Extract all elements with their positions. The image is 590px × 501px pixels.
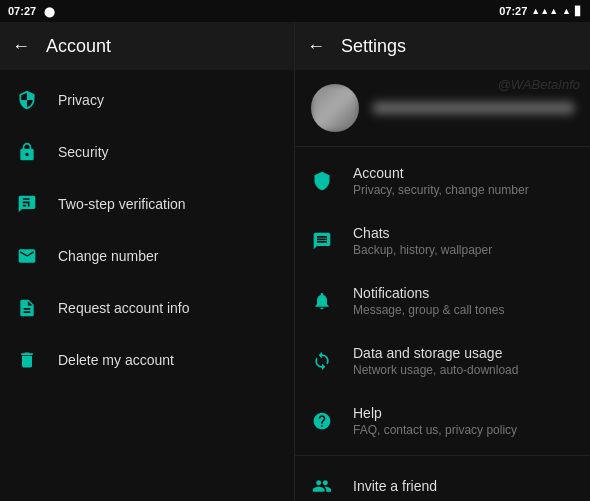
settings-chats-text: Chats Backup, history, wallpaper bbox=[353, 225, 492, 257]
wifi-icon: ▲ bbox=[562, 6, 571, 16]
status-time-right: 07:27 bbox=[499, 5, 527, 17]
settings-datastorage-text: Data and storage usage Network usage, au… bbox=[353, 345, 518, 377]
settings-title: Settings bbox=[341, 36, 406, 57]
settings-item-notifications[interactable]: Notifications Message, group & call tone… bbox=[295, 271, 590, 331]
privacy-text: Privacy bbox=[58, 92, 104, 108]
account-panel: ← Account Privacy Security bbox=[0, 22, 295, 501]
settings-item-invite[interactable]: Invite a friend bbox=[295, 460, 590, 501]
status-bar-left: 07:27 ⬤ bbox=[0, 0, 295, 22]
datastorage-icon bbox=[311, 350, 333, 372]
menu-item-requestinfo[interactable]: Request account info bbox=[0, 282, 294, 334]
status-bar: 07:27 ⬤ 07:27 ▲▲▲ ▲ ▊ bbox=[0, 0, 590, 22]
status-bar-right: 07:27 ▲▲▲ ▲ ▊ bbox=[295, 0, 590, 22]
account-title: Account bbox=[46, 36, 111, 57]
panels-container: ← Account Privacy Security bbox=[0, 22, 590, 501]
settings-notifications-text: Notifications Message, group & call tone… bbox=[353, 285, 504, 317]
settings-account-text: Account Privacy, security, change number bbox=[353, 165, 529, 197]
delete-icon bbox=[16, 349, 38, 371]
profile-section[interactable] bbox=[295, 70, 590, 147]
account-menu-list: Privacy Security Two-step verification bbox=[0, 70, 294, 501]
settings-invite-text: Invite a friend bbox=[353, 478, 437, 494]
settings-help-text: Help FAQ, contact us, privacy policy bbox=[353, 405, 517, 437]
app-icon-left: ⬤ bbox=[44, 6, 55, 17]
invite-icon bbox=[311, 475, 333, 497]
deleteaccount-text: Delete my account bbox=[58, 352, 174, 368]
settings-item-datastorage[interactable]: Data and storage usage Network usage, au… bbox=[295, 331, 590, 391]
account-toolbar: ← Account bbox=[0, 22, 294, 70]
menu-item-deleteaccount[interactable]: Delete my account bbox=[0, 334, 294, 386]
settings-item-help[interactable]: Help FAQ, contact us, privacy policy bbox=[295, 391, 590, 451]
menu-item-changenumber[interactable]: Change number bbox=[0, 230, 294, 282]
account-icon bbox=[311, 170, 333, 192]
requestinfo-icon bbox=[16, 297, 38, 319]
settings-menu-list: Account Privacy, security, change number… bbox=[295, 147, 590, 501]
twostep-text: Two-step verification bbox=[58, 196, 186, 212]
security-icon bbox=[16, 141, 38, 163]
requestinfo-text: Request account info bbox=[58, 300, 190, 316]
settings-panel: ← Settings @WABetaInfo Account Privacy, … bbox=[295, 22, 590, 501]
status-time-left: 07:27 bbox=[8, 5, 36, 17]
changenumber-text: Change number bbox=[58, 248, 158, 264]
battery-icon: ▊ bbox=[575, 6, 582, 16]
security-text: Security bbox=[58, 144, 109, 160]
chats-icon bbox=[311, 230, 333, 252]
notifications-icon bbox=[311, 290, 333, 312]
back-button-right[interactable]: ← bbox=[307, 36, 325, 57]
settings-item-account[interactable]: Account Privacy, security, change number bbox=[295, 151, 590, 211]
twostep-icon bbox=[16, 193, 38, 215]
settings-toolbar: ← Settings bbox=[295, 22, 590, 70]
changenumber-icon bbox=[16, 245, 38, 267]
signal-icon: ▲▲▲ bbox=[531, 6, 558, 16]
profile-name-blurred bbox=[373, 102, 574, 114]
settings-item-chats[interactable]: Chats Backup, history, wallpaper bbox=[295, 211, 590, 271]
privacy-icon bbox=[16, 89, 38, 111]
menu-item-twostep[interactable]: Two-step verification bbox=[0, 178, 294, 230]
menu-item-security[interactable]: Security bbox=[0, 126, 294, 178]
settings-divider bbox=[295, 455, 590, 456]
menu-item-privacy[interactable]: Privacy bbox=[0, 74, 294, 126]
avatar bbox=[311, 84, 359, 132]
back-button-left[interactable]: ← bbox=[12, 36, 30, 57]
help-icon bbox=[311, 410, 333, 432]
